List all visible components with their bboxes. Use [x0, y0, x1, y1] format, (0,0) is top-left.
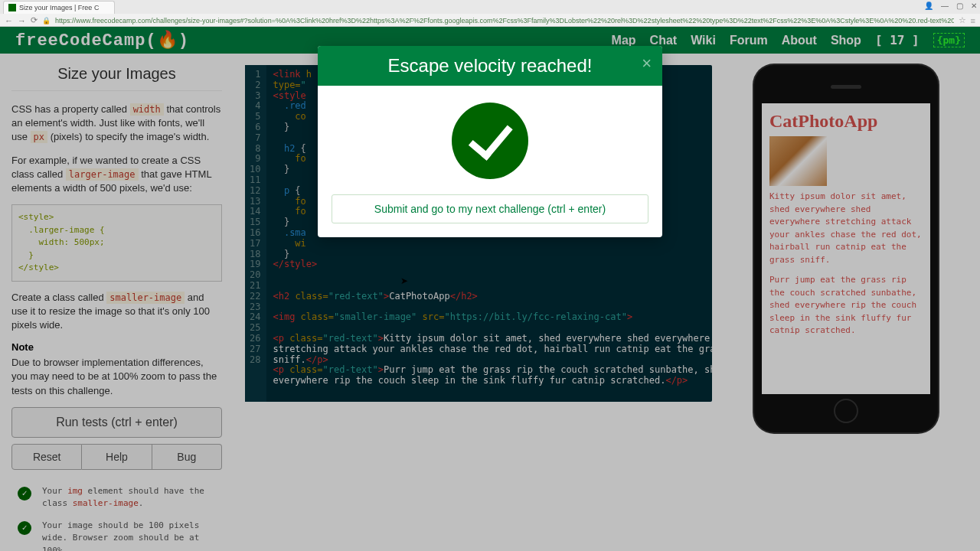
window-controls[interactable]: 👤 — ▢ ✕: [924, 2, 977, 10]
tab-title: Size your Images | Free C: [19, 4, 99, 11]
success-modal: Escape velocity reached! × Submit and go…: [318, 46, 662, 237]
mouse-cursor: ➤: [400, 276, 408, 286]
menu-icon[interactable]: ≡: [971, 16, 975, 25]
close-icon[interactable]: ✕: [971, 2, 977, 10]
maximize-icon[interactable]: ▢: [956, 2, 963, 10]
minimize-icon[interactable]: —: [941, 2, 949, 10]
modal-header: Escape velocity reached! ×: [318, 46, 662, 86]
success-check-icon: [452, 103, 528, 179]
browser-chrome: Size your Images | Free C 👤 — ▢ ✕ ← → ⟳ …: [0, 0, 980, 27]
reload-icon[interactable]: ⟳: [31, 15, 38, 25]
user-icon[interactable]: 👤: [924, 2, 933, 10]
tab-favicon: [8, 4, 16, 11]
modal-title: Escape velocity reached!: [388, 55, 593, 76]
star-icon[interactable]: ☆: [959, 15, 966, 25]
back-icon[interactable]: ←: [5, 16, 13, 25]
close-icon[interactable]: ×: [642, 54, 652, 73]
forward-icon[interactable]: →: [18, 16, 26, 25]
submit-next-button[interactable]: Submit and go to my next challenge (ctrl…: [332, 194, 648, 223]
url-bar[interactable]: https://www.freecodecamp.com/challenges/…: [55, 17, 954, 24]
lock-icon: 🔒: [42, 17, 51, 24]
browser-tab[interactable]: Size your Images | Free C: [3, 1, 115, 14]
